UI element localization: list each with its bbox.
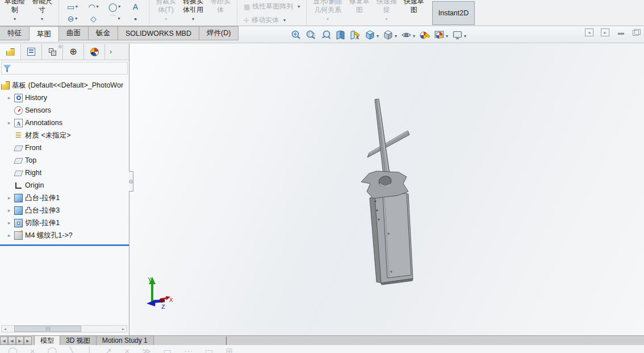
view-settings[interactable]: ▾ [452, 30, 466, 40]
dropdown-arrow-icon[interactable]: ▾ [386, 17, 388, 22]
zoom-to-fit[interactable]: ▾ [291, 30, 302, 40]
circle-tool[interactable]: ◯ ▾ [104, 3, 125, 11]
rectangle-tool[interactable]: ▭ ▾ [62, 3, 83, 11]
slot-tool[interactable]: ⊖ ▾ [62, 15, 83, 23]
ribbon-big-button[interactable]: 剪裁实 体(T) ▾ [152, 0, 179, 26]
document-view-tab[interactable]: Motion Study 1 [96, 335, 154, 345]
point-tool[interactable]: ▪ ▾ [125, 15, 146, 23]
scroll-right-arrow-icon[interactable]: ▸ [120, 326, 127, 332]
apply-scene[interactable]: ▾ [434, 30, 448, 40]
dropdown-arrow-icon[interactable]: ▾ [395, 34, 397, 39]
feature-tree-item[interactable]: Origin [0, 179, 129, 192]
sketch-fillet-tool[interactable]: ⌒ ▾ [104, 15, 125, 23]
dropdown-arrow-icon[interactable]: ▾ [283, 18, 286, 23]
expand-arrow-icon[interactable] [8, 232, 14, 238]
graphics-viewport[interactable]: Y X Z [129, 44, 644, 335]
ribbon-row-button[interactable]: ✛ 移动实体 ▾ [244, 15, 300, 25]
dropdown-arrow-icon[interactable]: ▾ [76, 5, 78, 9]
section-view[interactable]: ▾ [335, 30, 346, 40]
dropdown-arrow-icon[interactable]: ▾ [165, 17, 167, 22]
command-tab[interactable]: 焊件(D) [199, 26, 239, 40]
dropdown-arrow-icon[interactable]: ▾ [377, 34, 379, 39]
ribbon-big-button[interactable]: 显示/删除 几何关系 ▾ [310, 0, 345, 26]
ribbon-big-button[interactable]: 草图绘 制 ▾ [1, 0, 28, 26]
instant2d-toggle[interactable]: Instant2D [432, 1, 475, 25]
dropdown-arrow-icon[interactable]: ▾ [41, 17, 43, 22]
command-tab[interactable]: 特征 [0, 26, 30, 40]
feature-tree-item[interactable]: 凸台-拉伸3 [0, 204, 129, 217]
ribbon-big-button[interactable]: 转换实 体引用 ▾ [179, 0, 207, 26]
feature-tree-item[interactable]: Right [0, 167, 129, 179]
arc-tool[interactable]: ◠ ▾ [83, 3, 104, 11]
collapse-pane-left-icon[interactable]: ◂ [585, 28, 593, 36]
text-tool[interactable]: A ▾ [125, 3, 146, 11]
edit-appearance[interactable]: ▾ [419, 30, 430, 40]
scrollbar-thumb[interactable] [14, 326, 81, 332]
ribbon-big-button[interactable]: 修复草 图 ▾ [346, 0, 373, 26]
next[interactable]: ▶ [16, 337, 24, 345]
expand-arrow-icon[interactable] [8, 120, 14, 126]
dropdown-arrow-icon[interactable]: ▾ [118, 5, 120, 9]
expand-arrow-icon[interactable] [8, 220, 14, 226]
dropdown-arrow-icon[interactable]: ▾ [118, 16, 120, 21]
restore-window-icon[interactable] [633, 29, 641, 36]
feature-tree-item[interactable]: Top [0, 154, 129, 167]
dropdown-arrow-icon[interactable]: ▾ [14, 17, 16, 22]
ribbon-row-button[interactable]: ▦ 线性草图阵列 ▾ [244, 2, 300, 11]
tree-filter-input[interactable] [1, 62, 128, 74]
previous-view[interactable]: ▾ [320, 30, 331, 40]
expand-pane-right-icon[interactable]: ▸ [601, 28, 609, 36]
ribbon-big-button[interactable]: 智能尺 寸 ▾ [28, 0, 56, 26]
panel-tabs-overflow-button[interactable]: › [105, 44, 116, 60]
document-view-tab[interactable]: 模型 [34, 335, 60, 345]
model-part[interactable] [129, 44, 644, 335]
feature-tree-item[interactable]: 材质 <未指定> [0, 129, 129, 142]
dropdown-arrow-icon[interactable]: ▾ [298, 5, 300, 9]
last[interactable]: ▶ [24, 337, 32, 345]
propertymanager-tab[interactable] [21, 44, 42, 60]
dropdown-arrow-icon[interactable]: ▾ [75, 16, 77, 21]
zoom-to-area[interactable]: ▾ [306, 30, 316, 40]
command-tab[interactable]: SOLIDWORKS MBD [118, 26, 199, 40]
dimxpertmanager-tab[interactable]: ⊕ [63, 44, 84, 60]
ribbon-big-button[interactable]: 快速捕 捉 ▾ [373, 0, 400, 26]
command-tab[interactable]: 钣金 [89, 26, 118, 40]
view-orientation[interactable]: ▾ [365, 30, 379, 40]
dropdown-arrow-icon[interactable]: ▾ [327, 17, 329, 22]
dropdown-arrow-icon[interactable]: ▾ [464, 34, 466, 39]
feature-tree-item[interactable]: Sensors [0, 104, 129, 117]
annotation-views[interactable]: ▾ [350, 30, 361, 40]
feature-tree-item[interactable]: 切除-拉伸1 [0, 217, 129, 229]
panel-collapse-handle[interactable] [58, 45, 62, 48]
rollback-bar[interactable] [0, 244, 129, 246]
dropdown-arrow-icon[interactable]: ▾ [192, 17, 194, 22]
dropdown-arrow-icon[interactable]: ▾ [446, 34, 448, 39]
expand-arrow-icon[interactable] [8, 195, 14, 201]
command-tab[interactable]: 草图 [30, 26, 59, 41]
feature-tree-item[interactable]: M4 螺纹孔1->? [0, 229, 129, 242]
featuremanager-tree-tab[interactable] [0, 44, 21, 60]
expand-arrow-icon[interactable] [8, 95, 14, 101]
prev[interactable]: ◀ [8, 337, 16, 345]
feature-tree-item[interactable]: History [0, 92, 129, 104]
expand-arrow-icon[interactable] [8, 207, 14, 213]
dropdown-arrow-icon[interactable]: ▾ [97, 5, 99, 9]
feature-tree-item[interactable]: Front [0, 142, 129, 154]
polygon-tool[interactable]: ◇ ▾ [83, 15, 104, 23]
feature-tree-item[interactable]: 凸台-拉伸1 [0, 192, 129, 204]
scroll-left-arrow-icon[interactable]: ◂ [2, 326, 9, 332]
ribbon-big-button[interactable]: 等距实 体 ▾ [207, 0, 234, 26]
minimize-icon[interactable]: ▬ [617, 28, 625, 36]
hide-show-items[interactable]: ▾ [401, 30, 415, 40]
dropdown-arrow-icon[interactable]: ▾ [413, 34, 415, 39]
feature-tree-item[interactable]: Annotations [0, 117, 129, 129]
first[interactable]: ◀ [0, 337, 8, 345]
panel-splitter-handle[interactable] [129, 171, 133, 192]
display-style[interactable]: ▾ [383, 30, 397, 40]
tree-horizontal-scrollbar[interactable]: ◂ ▸ [1, 325, 127, 333]
document-view-tab[interactable]: 3D 视图 [60, 335, 96, 345]
displaymanager-tab[interactable] [84, 44, 105, 60]
feature-tree-item[interactable]: 基板 (Default<<Default>_PhotoWor [0, 79, 129, 92]
command-tab[interactable]: 曲面 [59, 26, 89, 40]
ribbon-big-button[interactable]: 快速草 图 ▾ [400, 0, 428, 26]
